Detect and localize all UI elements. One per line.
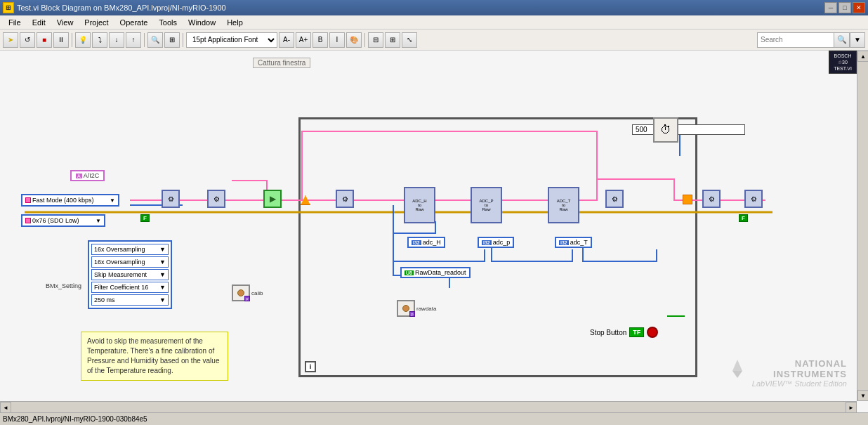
i2c-label: AA/I2C — [70, 170, 105, 181]
clean-diagram-btn[interactable]: ⊞ — [164, 32, 180, 48]
menu-edit[interactable]: Edit — [27, 17, 51, 28]
calib-vi[interactable]: p calib — [232, 285, 263, 301]
font-size-inc-btn[interactable]: A+ — [296, 32, 311, 48]
sep3 — [183, 33, 183, 47]
address-control[interactable]: 0x76 (SDO Low) ▼ — [21, 214, 105, 227]
close-button[interactable]: ✕ — [853, 2, 865, 13]
status-bar: BMx280_API.lvproj/NI-myRIO-1900-030b84e5 — [0, 412, 868, 425]
search-options-btn[interactable]: ▼ — [850, 32, 865, 48]
bosch-line1: BOSCH — [831, 53, 855, 59]
feedback-out-node — [683, 195, 692, 204]
tooltip-text: Avoid to skip the measurement of the Tem… — [87, 337, 219, 374]
config-node-1[interactable]: ⚙ — [162, 190, 180, 208]
timer-vi[interactable]: ⏱ — [653, 117, 678, 143]
adc-p-node[interactable]: ADC_PtoRaw — [471, 187, 502, 223]
font-color-btn[interactable]: 🎨 — [346, 32, 362, 48]
run-arrow-btn[interactable]: ➤ — [3, 32, 18, 48]
menu-tools[interactable]: Tools — [153, 17, 183, 28]
menu-bar: File Edit View Project Operate Tools Win… — [0, 15, 868, 30]
pause-btn[interactable]: ⏸ — [53, 32, 69, 48]
align-btn[interactable]: ⊟ — [368, 32, 383, 48]
setting-filter[interactable]: Filter Coefficient 16▼ — [91, 282, 169, 293]
loop-node-1[interactable]: ⚙ — [336, 190, 354, 208]
scroll-down-button[interactable]: ▼ — [857, 390, 868, 401]
titlebar-controls[interactable]: ─ □ ✕ — [824, 2, 865, 13]
adc-t-node[interactable]: ADC_TtoRaw — [548, 187, 579, 223]
step-out-btn[interactable]: ↑ — [126, 32, 141, 48]
menu-help[interactable]: Help — [221, 17, 249, 28]
adc-h-indicator: I32 adc_H — [407, 237, 445, 248]
menu-window[interactable]: Window — [183, 17, 221, 28]
highlight-btn[interactable]: 💡 — [75, 32, 91, 48]
vertical-scrollbar[interactable]: ▲ ▼ — [857, 51, 868, 401]
window-title: Test.vi Block Diagram on BMx280_API.lvpr… — [17, 4, 226, 12]
search-button[interactable]: 🔍 — [834, 32, 850, 48]
stop-button-label: Stop Button — [590, 329, 626, 336]
fast-mode-control[interactable]: Fast Mode (400 kbps) ▼ — [21, 194, 119, 207]
search-input[interactable] — [757, 32, 834, 48]
font-selector[interactable]: 15pt Application Font — [186, 32, 277, 48]
stop-circle[interactable] — [647, 327, 658, 338]
setting-skip[interactable]: Skip Measurement▼ — [91, 269, 169, 280]
block-diagram-canvas[interactable]: BOSCH ☆30 TEST.VI Cattura finestra i — [0, 51, 868, 412]
menu-operate[interactable]: Operate — [114, 17, 154, 28]
tooltip-box: Avoid to skip the measurement of the Tem… — [81, 332, 228, 381]
step-into-btn[interactable]: ↓ — [109, 32, 124, 48]
menu-file[interactable]: File — [3, 17, 27, 28]
minimize-button[interactable]: ─ — [824, 2, 837, 13]
ni-watermark: NATIONAL INSTRUMENTS LabVIEW™ Student Ed… — [727, 358, 847, 388]
run-node[interactable]: ▶ — [263, 190, 282, 208]
bosch-line3: TEST.VI — [831, 65, 855, 72]
stop-button-area: Stop Button TF — [590, 308, 798, 356]
status-path: BMx280_API.lvproj/NI-myRIO-1900-030b84e5 — [3, 415, 147, 423]
sep2 — [144, 33, 145, 47]
maximize-button[interactable]: □ — [839, 2, 851, 13]
constant-500: 500 — [632, 124, 745, 135]
rawdata-readout-indicator: U8 RawData_readout — [400, 267, 471, 278]
bosch-line2: ☆30 — [831, 59, 855, 65]
bosch-logo: BOSCH ☆30 TEST.VI — [829, 51, 857, 74]
sep1 — [72, 33, 72, 47]
setting-time[interactable]: 250 ms▼ — [91, 294, 169, 306]
abort-btn[interactable]: ■ — [37, 32, 52, 48]
run-continuously-btn[interactable]: ↺ — [20, 32, 35, 48]
calib-label: calib — [251, 290, 263, 296]
scroll-right-button[interactable]: ► — [846, 402, 857, 412]
titlebar-left: ⊞ Test.vi Block Diagram on BMx280_API.lv… — [3, 2, 226, 13]
sep4 — [364, 33, 365, 47]
rawdata-label: rawdata — [416, 306, 436, 312]
app-icon: ⊞ — [3, 2, 14, 13]
bmx-setting-group: 16x Oversampling▼ 16x Oversampling▼ Skip… — [88, 240, 172, 309]
distribute-btn[interactable]: ⊞ — [385, 32, 400, 48]
config-node-2[interactable]: ⚙ — [207, 190, 225, 208]
adc-h-node[interactable]: ADC_HtoRaw — [404, 187, 435, 223]
font-size-dec-btn[interactable]: A- — [279, 32, 294, 48]
setting-oversampling2[interactable]: 16x Oversampling▼ — [91, 256, 169, 268]
toolbar: ➤ ↺ ■ ⏸ 💡 ⤵ ↓ ↑ 🔍 ⊞ 15pt Application Fon… — [0, 30, 868, 51]
font-bold-btn[interactable]: B — [313, 32, 328, 48]
search-container: 🔍 ▼ — [757, 32, 865, 48]
adc-t-indicator: I32 adc_T — [555, 237, 592, 248]
tf-indicator: TF — [629, 327, 644, 337]
probe-btn[interactable]: 🔍 — [147, 32, 163, 48]
menu-view[interactable]: View — [51, 17, 79, 28]
bmx-setting-label: BMx_Setting — [46, 282, 81, 289]
f-indicator: F — [140, 214, 150, 222]
step-over-btn[interactable]: ⤵ — [92, 32, 107, 48]
setting-oversampling1[interactable]: 16x Oversampling▼ — [91, 244, 169, 255]
loop-index: i — [305, 361, 316, 372]
scroll-left-button[interactable]: ◄ — [0, 402, 11, 412]
resize-btn[interactable]: ⤡ — [402, 32, 417, 48]
capture-label: Cattura finestra — [253, 58, 310, 68]
title-bar: ⊞ Test.vi Block Diagram on BMx280_API.lv… — [0, 0, 868, 15]
final-node-1[interactable]: ⚙ — [702, 190, 721, 208]
final-node-2[interactable]: ⚙ — [744, 190, 763, 208]
font-italic-btn[interactable]: I — [329, 32, 345, 48]
rawdata-vi[interactable]: p rawdata — [397, 300, 436, 317]
adc-p-indicator: I32 adc_p — [478, 237, 514, 248]
menu-project[interactable]: Project — [79, 17, 114, 28]
post-adc-node[interactable]: ⚙ — [605, 190, 624, 208]
horizontal-scrollbar[interactable]: ◄ ► — [0, 401, 857, 412]
f-indicator-right: F — [739, 214, 748, 222]
scroll-up-button[interactable]: ▲ — [857, 51, 868, 62]
